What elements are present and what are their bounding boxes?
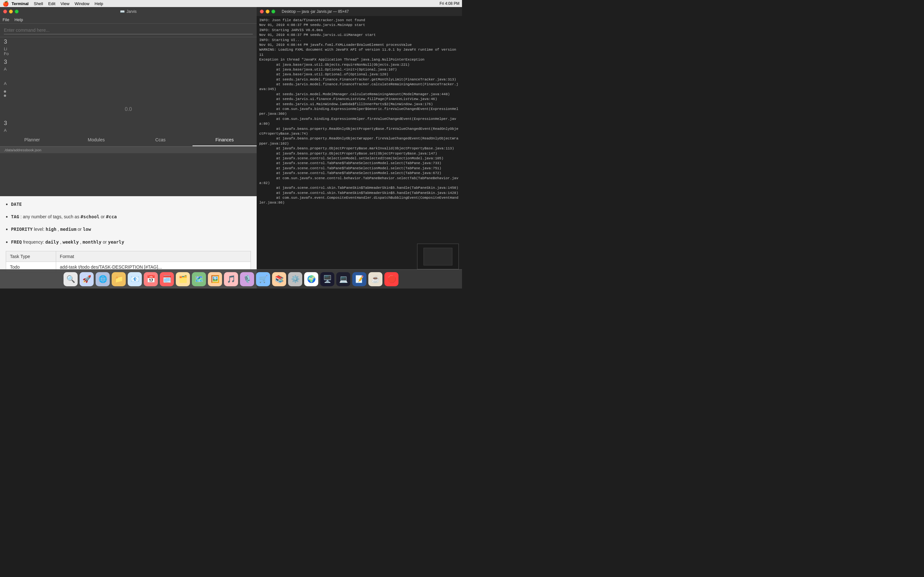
jarvis-title: ⌨️ Jarvis (120, 9, 136, 14)
dock-icon-cal2[interactable]: 🗓️ (160, 272, 174, 286)
help-bullet-date: • DATE (6, 201, 251, 209)
terminal-panel: Desktop — java -jar Jarvis.jar — 85×47 I… (257, 7, 462, 288)
menu-window[interactable]: Window (75, 1, 89, 6)
tab-finances[interactable]: Finances (192, 134, 257, 146)
jarvis-titlebar: ⌨️ Jarvis (0, 7, 257, 16)
freq-code2: weekly (63, 239, 79, 245)
tag-or: or (101, 214, 106, 219)
dock-icon-music[interactable]: 🎵 (224, 272, 238, 286)
help-text-date: DATE (11, 201, 22, 208)
dock-icon-books[interactable]: 📚 (272, 272, 286, 286)
dock-icon-browser1[interactable]: 🌐 (95, 272, 110, 286)
freq-or: or (103, 239, 108, 245)
dock-icon-reminders[interactable]: 🗂️ (176, 272, 190, 286)
priority-comma1: , (58, 227, 60, 232)
menu-time: Fri 4:08 PM (439, 1, 459, 6)
dock-icon-intellij[interactable]: 💻 (336, 272, 351, 286)
freq-code4: yearly (108, 239, 124, 245)
cursor-icon: ⌨️ (120, 9, 125, 14)
jarvis-panel: ⌨️ Jarvis File Help 3 Li Fo (0, 7, 257, 288)
dock-icon-files[interactable]: 📁 (111, 272, 126, 286)
priority-or: or (78, 227, 83, 232)
help-bullet-freq: • FREQ frequency: daily , weekly , month… (6, 239, 251, 247)
tab-planner[interactable]: Planner (0, 134, 64, 146)
help-bullet-tag: • TAG : any number of tags, such as #sch… (6, 213, 251, 221)
number-row-2: 3 (0, 57, 257, 67)
menu-bar-right: Fri 4:08 PM (439, 1, 459, 6)
dock-icon-prefs[interactable]: ⚙️ (288, 272, 302, 286)
a-label-area: A A (0, 67, 257, 87)
help-text-tag: TAG : any number of tags, such as #schoo… (11, 213, 117, 220)
close-button[interactable] (3, 10, 7, 13)
dock-icon-maps[interactable]: 🗺️ (192, 272, 206, 286)
label-area: Li Fo (0, 47, 257, 57)
terminal-title: Desktop — java -jar Jarvis.jar — 85×47 (282, 9, 349, 14)
menu-bar-items: Terminal Shell Edit View Window Help (11, 1, 103, 6)
maximize-button[interactable] (15, 10, 19, 13)
dock-icon-mail[interactable]: 📧 (128, 272, 142, 286)
help-text-priority: PRIORITY level: high , medium or low (11, 226, 91, 233)
freq-code3: monthly (82, 239, 102, 245)
table-header-format: Format (56, 251, 250, 261)
number-row-3: 3 (0, 119, 257, 128)
menu-view[interactable]: View (61, 1, 69, 6)
freq-text: frequency: (23, 239, 45, 245)
status-bar: ./data/addressbook.json (0, 147, 257, 153)
jarvis-menu-help[interactable]: Help (15, 17, 23, 22)
menu-bar: 🍎 Terminal Shell Edit View Window Help F… (0, 0, 462, 7)
bullet-icon-freq: • (6, 239, 8, 247)
thumbnail-preview (417, 243, 459, 269)
bullet-icon-priority: • (6, 226, 8, 234)
jarvis-menu-file[interactable]: File (3, 17, 9, 22)
terminal-close[interactable] (260, 10, 264, 13)
dock-icon-appstore[interactable]: 🛒 (256, 272, 270, 286)
dock-icon-word[interactable]: 📝 (352, 272, 367, 286)
tab-modules[interactable]: Modules (64, 134, 128, 146)
priority-code3: low (83, 227, 91, 232)
bullet-icon-date: • (6, 201, 8, 209)
dock-icon-cal1[interactable]: 📅 (144, 272, 158, 286)
freq-code1: daily (45, 239, 59, 245)
priority-text: level: (34, 227, 46, 232)
menu-edit[interactable]: Edit (48, 1, 55, 6)
table-header-type: Task Type (6, 251, 56, 261)
freq-label: FREQ (11, 239, 22, 245)
bullet-dot-2 (4, 95, 6, 97)
zero-display: 0.0 (0, 100, 257, 119)
bullet-row-1 (4, 90, 253, 93)
command-input[interactable] (4, 26, 253, 34)
terminal-maximize[interactable] (271, 10, 275, 13)
jarvis-app-upper: ⌨️ Jarvis File Help 3 Li Fo (0, 7, 257, 196)
dock-icon-terminal[interactable]: 🖥️ (320, 272, 334, 286)
bullet-icon-tag: • (6, 213, 8, 221)
help-text-freq: FREQ frequency: daily , weekly , monthly… (11, 239, 124, 245)
priority-code2: medium (60, 227, 77, 232)
dock-icon-chrome[interactable]: 🌍 (304, 272, 318, 286)
dock: 🔍 🚀 🌐 📁 📧 📅 🗓️ 🗂️ 🗺️ 🖼️ 🎵 🎙️ 🛒 📚 ⚙️ 🌍 🖥️… (0, 269, 462, 288)
dock-icon-photos[interactable]: 🖼️ (208, 272, 222, 286)
tag-code1: #school (81, 214, 99, 219)
number-row-1: 3 (0, 37, 257, 47)
tag-label: TAG (11, 214, 19, 219)
dock-icon-java[interactable]: ☕ (368, 272, 383, 286)
menu-help[interactable]: Help (95, 1, 103, 6)
dock-icon-finder[interactable]: 🔍 (63, 272, 78, 286)
tag-code2: #cca (106, 214, 117, 219)
menu-shell[interactable]: Shell (34, 1, 43, 6)
bullet-area (0, 87, 257, 100)
a-label-last: A (0, 128, 257, 134)
minimize-button[interactable] (9, 10, 13, 13)
apple-icon: 🍎 (3, 1, 9, 7)
menu-terminal[interactable]: Terminal (11, 1, 29, 6)
dock-icon-launchpad[interactable]: 🚀 (79, 272, 94, 286)
bullet-dot-1 (4, 90, 6, 93)
date-label: DATE (11, 201, 22, 207)
dock-icon-podcasts[interactable]: 🎙️ (240, 272, 254, 286)
terminal-minimize[interactable] (266, 10, 270, 13)
dock-icon-stop[interactable]: 🛑 (384, 272, 399, 286)
priority-label: PRIORITY (11, 227, 32, 232)
tab-ccas[interactable]: Ccas (128, 134, 192, 146)
command-input-area (0, 24, 257, 37)
window-controls (3, 10, 19, 13)
freq-comma1: , (60, 239, 63, 245)
